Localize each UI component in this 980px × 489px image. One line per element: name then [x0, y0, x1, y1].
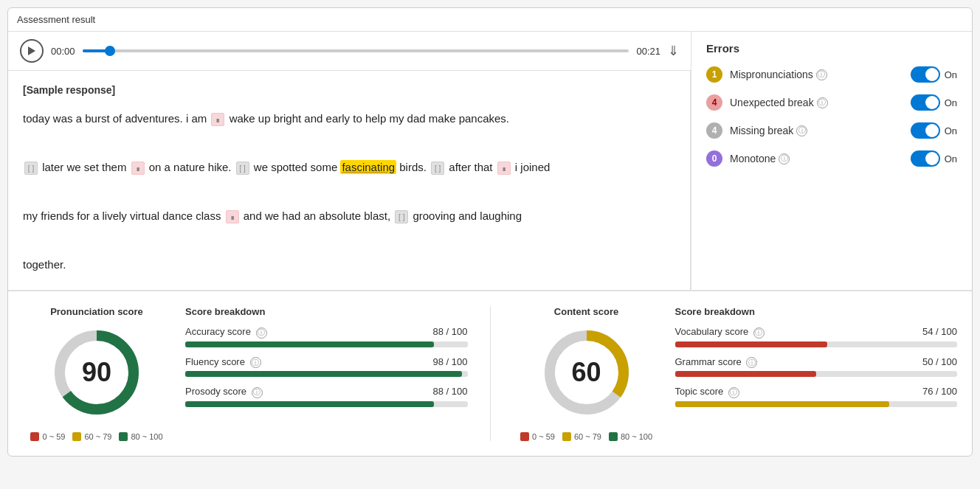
info-icon-accuracy[interactable]: ⓘ: [256, 327, 267, 339]
error-box-red: ∎: [211, 113, 224, 126]
vocabulary-label: Vocabulary score ⓘ: [675, 326, 765, 339]
error-row-missing-break: 4 Missing break ⓘ On: [706, 122, 957, 139]
info-icon-topic[interactable]: ⓘ: [728, 387, 739, 398]
page-title: Assessment result: [8, 8, 972, 32]
content-score: 60: [571, 357, 601, 388]
svg-marker-0: [28, 46, 35, 55]
fluency-score-row: Fluency score ⓘ 98 / 100: [185, 356, 468, 378]
content-legend-dot-red: [520, 432, 529, 441]
fluency-score-header: Fluency score ⓘ 98 / 100: [185, 356, 468, 369]
pronunciation-breakdown: Score breakdown Accuracy score ⓘ 88 / 10…: [185, 306, 468, 441]
toggle-area-monotone: On: [911, 150, 957, 167]
accuracy-score-row: Accuracy score ⓘ 88 / 100: [185, 326, 468, 347]
progress-fill: [83, 49, 110, 52]
badge-monotone: 0: [706, 150, 722, 167]
vocabulary-score-header: Vocabulary score ⓘ 54 / 100: [675, 326, 958, 339]
content-legend-item-yellow: 60 ~ 79: [562, 432, 601, 441]
content-section: Content score 60 0 ~ 59 60 ~ 79: [513, 306, 660, 441]
topic-bar-bg: [675, 401, 958, 407]
errors-title: Errors: [706, 42, 957, 55]
prosody-score-header: Prosody score ⓘ 88 / 100: [185, 386, 468, 398]
fluency-value: 98 / 100: [433, 356, 468, 369]
sample-label: [Sample response]: [23, 84, 675, 96]
topic-score-row: Topic score ⓘ 76 / 100: [675, 386, 958, 407]
info-icon-missing-break[interactable]: ⓘ: [796, 125, 807, 136]
toggle-label-monotone: On: [945, 153, 957, 164]
vocabulary-value: 54 / 100: [922, 326, 957, 339]
toggle-label-unexpected-break: On: [945, 97, 957, 108]
missing-break-2: [ ]: [236, 162, 249, 175]
progress-bar[interactable]: [83, 49, 629, 52]
missing-break-1: [ ]: [24, 162, 38, 175]
toggle-label-missing-break: On: [945, 125, 957, 136]
time-end: 00:21: [636, 46, 660, 57]
content-breakdown-title: Score breakdown: [675, 306, 958, 317]
info-icon-unexpected-break[interactable]: ⓘ: [817, 97, 828, 108]
grammar-label: Grammar score ⓘ: [675, 356, 758, 369]
info-icon-grammar[interactable]: ⓘ: [746, 357, 757, 368]
toggle-area-missing-break: On: [911, 122, 957, 139]
download-button[interactable]: ⇓: [668, 43, 679, 59]
error-box-red-3: ∎: [497, 162, 511, 175]
topic-score-header: Topic score ⓘ 76 / 100: [675, 386, 958, 398]
grammar-bar-bg: [675, 371, 958, 377]
error-box-red-4: ∎: [226, 210, 239, 223]
toggle-knob-4: [925, 152, 939, 165]
vocabulary-score-row: Vocabulary score ⓘ 54 / 100: [675, 326, 958, 347]
content-legend-item-green: 80 ~ 100: [609, 432, 652, 441]
toggle-knob-2: [925, 96, 939, 109]
content-title: Content score: [554, 306, 618, 317]
transcript-area: [Sample response] today was a burst of a…: [8, 71, 691, 290]
toggle-unexpected-break[interactable]: [911, 94, 940, 111]
content-breakdown: Score breakdown Vocabulary score ⓘ 54 / …: [675, 306, 958, 441]
grammar-value: 50 / 100: [922, 356, 957, 369]
error-row-monotone: 0 Monotone ⓘ On: [706, 150, 957, 167]
transcript-text: today was a burst of adventures. i am ∎ …: [23, 106, 675, 277]
info-icon-mispronunciations[interactable]: ⓘ: [816, 69, 827, 80]
info-icon-monotone[interactable]: ⓘ: [779, 153, 790, 164]
toggle-missing-break[interactable]: [911, 122, 940, 139]
pronunciation-title: Pronunciation score: [50, 306, 143, 317]
time-start: 00:00: [51, 46, 75, 57]
toggle-area-unexpected-break: On: [911, 94, 957, 111]
accuracy-label: Accuracy score ⓘ: [185, 326, 267, 339]
info-icon-prosody[interactable]: ⓘ: [252, 387, 263, 398]
legend-item-yellow: 60 ~ 79: [72, 432, 111, 441]
toggle-monotone[interactable]: [911, 150, 940, 167]
progress-handle: [105, 46, 115, 56]
assessment-result-container: Assessment result 00:00 00:21 ⇓ [: [7, 7, 973, 457]
section-divider: [490, 306, 491, 441]
toggle-knob: [925, 68, 939, 81]
legend-dot-red: [30, 432, 39, 441]
bottom-section: Pronunciation score 90 0 ~ 59 60 ~ 79: [8, 291, 972, 456]
topic-label: Topic score ⓘ: [675, 386, 739, 398]
grammar-score-row: Grammar score ⓘ 50 / 100: [675, 356, 958, 378]
error-box-red-2: ∎: [131, 162, 145, 175]
label-monotone: Monotone ⓘ: [730, 153, 911, 164]
legend-item-green: 80 ~ 100: [119, 432, 162, 441]
toggle-mispronunciations[interactable]: [911, 66, 940, 83]
topic-value: 76 / 100: [922, 386, 957, 398]
play-button[interactable]: [20, 39, 44, 63]
prosody-bar-bg: [185, 401, 468, 407]
legend-dot-green: [119, 432, 128, 441]
pronunciation-breakdown-title: Score breakdown: [185, 306, 468, 317]
accuracy-value: 88 / 100: [433, 326, 468, 339]
vocabulary-bar-fill: [675, 341, 828, 347]
content-legend: 0 ~ 59 60 ~ 79 80 ~ 100: [520, 432, 652, 441]
grammar-score-header: Grammar score ⓘ 50 / 100: [675, 356, 958, 369]
label-missing-break: Missing break ⓘ: [730, 125, 911, 136]
vocabulary-bar-bg: [675, 341, 958, 347]
accuracy-score-header: Accuracy score ⓘ 88 / 100: [185, 326, 468, 339]
info-icon-fluency[interactable]: ⓘ: [250, 357, 261, 368]
legend-item-red: 0 ~ 59: [30, 432, 65, 441]
label-mispronunciations: Mispronunciations ⓘ: [730, 69, 911, 80]
pronunciation-legend: 0 ~ 59 60 ~ 79 80 ~ 100: [30, 432, 162, 441]
prosody-score-row: Prosody score ⓘ 88 / 100: [185, 386, 468, 407]
audio-player: 00:00 00:21 ⇓: [8, 32, 691, 71]
toggle-knob-3: [925, 124, 939, 137]
info-icon-vocabulary[interactable]: ⓘ: [753, 327, 765, 339]
content-legend-item-red: 0 ~ 59: [520, 432, 555, 441]
fluency-label: Fluency score ⓘ: [185, 356, 261, 369]
toggle-label-mispronunciations: On: [945, 69, 957, 80]
